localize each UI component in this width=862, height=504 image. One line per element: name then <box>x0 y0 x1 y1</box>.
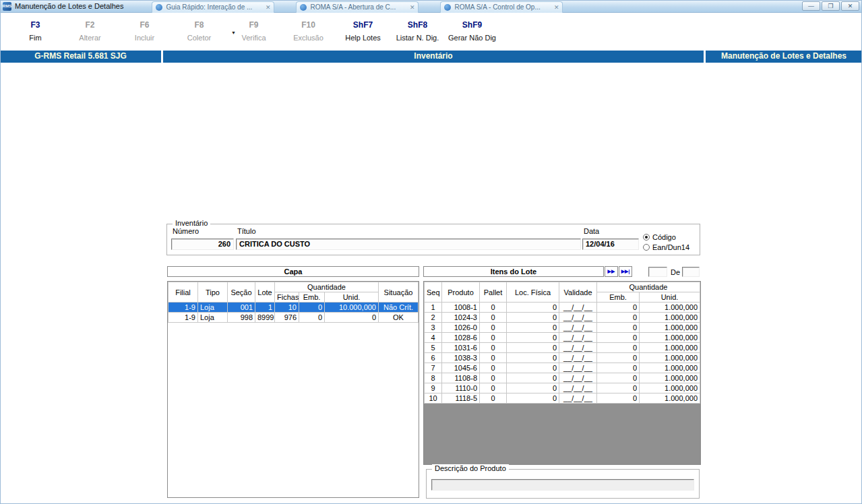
itens-cell-produto[interactable]: 1026-0 <box>442 323 480 333</box>
itens-cell-validade[interactable]: __/__/__ <box>559 373 597 383</box>
itens-cell-unid[interactable]: 1.000,000 <box>640 333 700 343</box>
data-field[interactable]: 12/04/16 <box>582 239 639 250</box>
itens-cell-validade[interactable]: __/__/__ <box>559 383 597 393</box>
capa-cell-fichas[interactable]: 976 <box>275 313 299 323</box>
itens-cell-unid[interactable]: 1.000,000 <box>640 343 700 353</box>
toolbar-button-f10[interactable]: F10Exclusão <box>281 20 336 50</box>
itens-cell-emb[interactable]: 0 <box>597 343 640 353</box>
itens-cell-unid[interactable]: 1.000,000 <box>640 323 700 333</box>
descricao-field[interactable] <box>431 479 694 491</box>
itens-cell-validade[interactable]: __/__/__ <box>559 313 597 323</box>
capa-cell-emb[interactable]: 0 <box>299 303 325 313</box>
itens-cell-emb[interactable]: 0 <box>597 373 640 383</box>
titlebar-tab[interactable]: Guia Rápido: Interação de ...✕ <box>152 1 274 13</box>
itens-cell-pallet[interactable]: 0 <box>480 393 507 404</box>
capa-cell-unid[interactable]: 0 <box>325 313 379 323</box>
itens-row[interactable]: 81108-800__/__/__01.000,000 <box>425 373 700 383</box>
capa-cell-filial[interactable]: 1-9 <box>168 313 198 323</box>
toolbar-button-shf8[interactable]: ShF8Listar N. Dig. <box>390 20 445 50</box>
itens-cell-loc[interactable]: 0 <box>507 323 559 333</box>
itens-cell-loc[interactable]: 0 <box>507 393 559 404</box>
itens-cell-pallet[interactable]: 0 <box>480 343 507 353</box>
itens-cell-pallet[interactable]: 0 <box>480 383 507 393</box>
itens-cell-emb[interactable]: 0 <box>597 313 640 323</box>
itens-cell-seq[interactable]: 3 <box>425 323 442 333</box>
capa-cell-situacao[interactable]: Não Crít. <box>379 303 419 313</box>
itens-row[interactable]: 61038-300__/__/__01.000,000 <box>425 353 700 363</box>
capa-cell-situacao[interactable]: OK <box>379 313 419 323</box>
capa-cell-lote[interactable]: 1 <box>255 303 275 313</box>
capa-cell-secao[interactable]: 001 <box>228 303 255 313</box>
itens-cell-produto[interactable]: 1110-0 <box>442 383 480 393</box>
itens-cell-loc[interactable]: 0 <box>507 313 559 323</box>
toolbar-button-f9[interactable]: F9Verifica <box>226 20 281 50</box>
itens-cell-validade[interactable]: __/__/__ <box>559 353 597 363</box>
radio-codigo[interactable]: Código <box>643 233 676 241</box>
itens-cell-produto[interactable]: 1038-3 <box>442 353 480 363</box>
itens-cell-unid[interactable]: 1.000,000 <box>640 313 700 323</box>
titlebar-tab[interactable]: ROMA S/A - Control de Op...✕ <box>440 1 563 13</box>
itens-cell-pallet[interactable]: 0 <box>480 363 507 373</box>
itens-row[interactable]: 41028-600__/__/__01.000,000 <box>425 333 700 343</box>
itens-cell-seq[interactable]: 10 <box>425 393 442 404</box>
itens-cell-unid[interactable]: 1.000,000 <box>640 393 700 404</box>
itens-cell-produto[interactable]: 1108-8 <box>442 373 480 383</box>
itens-cell-pallet[interactable]: 0 <box>480 313 507 323</box>
range-from-field[interactable] <box>648 267 667 277</box>
itens-cell-validade[interactable]: __/__/__ <box>559 363 597 373</box>
itens-cell-emb[interactable]: 0 <box>597 323 640 333</box>
itens-cell-validade[interactable]: __/__/__ <box>559 303 597 313</box>
capa-cell-fichas[interactable]: 10 <box>275 303 299 313</box>
itens-cell-loc[interactable]: 0 <box>507 303 559 313</box>
toolbar-button-f2[interactable]: F2Alterar <box>63 20 117 50</box>
tab-close-icon[interactable]: ✕ <box>552 4 559 11</box>
toolbar-button-shf7[interactable]: ShF7Help Lotes <box>336 20 390 50</box>
itens-cell-emb[interactable]: 0 <box>597 383 640 393</box>
itens-row[interactable]: 21024-300__/__/__01.000,000 <box>425 313 700 323</box>
itens-row[interactable]: 11008-100__/__/__01.000,000 <box>425 303 700 313</box>
itens-cell-seq[interactable]: 4 <box>425 333 442 343</box>
itens-cell-validade[interactable]: __/__/__ <box>559 393 597 404</box>
itens-cell-produto[interactable]: 1045-6 <box>442 363 480 373</box>
itens-cell-emb[interactable]: 0 <box>597 363 640 373</box>
itens-cell-validade[interactable]: __/__/__ <box>559 323 597 333</box>
itens-cell-emb[interactable]: 0 <box>597 353 640 363</box>
itens-cell-unid[interactable]: 1.000,000 <box>640 383 700 393</box>
itens-row[interactable]: 71045-600__/__/__01.000,000 <box>425 363 700 373</box>
toolbar-button-f8[interactable]: F8Coletor▼ <box>172 20 226 50</box>
capa-cell-tipo[interactable]: Loja <box>198 313 228 323</box>
itens-cell-produto[interactable]: 1008-1 <box>442 303 480 313</box>
tab-close-icon[interactable]: ✕ <box>408 4 415 11</box>
itens-cell-pallet[interactable]: 0 <box>480 333 507 343</box>
itens-cell-unid[interactable]: 1.000,000 <box>640 373 700 383</box>
itens-cell-seq[interactable]: 6 <box>425 353 442 363</box>
itens-row[interactable]: 101118-500__/__/__01.000,000 <box>425 393 700 404</box>
itens-cell-unid[interactable]: 1.000,000 <box>640 353 700 363</box>
itens-cell-loc[interactable]: 0 <box>507 333 559 343</box>
capa-cell-secao[interactable]: 998 <box>228 313 255 323</box>
itens-cell-seq[interactable]: 9 <box>425 383 442 393</box>
itens-cell-seq[interactable]: 2 <box>425 313 442 323</box>
itens-cell-pallet[interactable]: 0 <box>480 373 507 383</box>
itens-cell-pallet[interactable]: 0 <box>480 303 507 313</box>
capa-cell-lote[interactable]: 8999 <box>255 313 275 323</box>
capa-row[interactable]: 1-9Loja001110010.000,000Não Crít. <box>168 303 419 313</box>
itens-row[interactable]: 51031-600__/__/__01.000,000 <box>425 343 700 353</box>
capa-cell-tipo[interactable]: Loja <box>198 303 228 313</box>
capa-row[interactable]: 1-9Loja998899997600OK <box>168 313 419 323</box>
itens-cell-emb[interactable]: 0 <box>597 333 640 343</box>
toolbar-button-shf9[interactable]: ShF9Gerar Não Dig <box>445 20 499 50</box>
itens-cell-produto[interactable]: 1028-6 <box>442 333 480 343</box>
itens-cell-pallet[interactable]: 0 <box>480 353 507 363</box>
itens-cell-seq[interactable]: 5 <box>425 343 442 353</box>
tab-close-icon[interactable]: ✕ <box>264 4 271 11</box>
capa-cell-emb[interactable]: 0 <box>299 313 325 323</box>
itens-cell-validade[interactable]: __/__/__ <box>559 333 597 343</box>
itens-cell-loc[interactable]: 0 <box>507 353 559 363</box>
itens-cell-loc[interactable]: 0 <box>507 383 559 393</box>
capa-cell-filial[interactable]: 1-9 <box>168 303 198 313</box>
itens-cell-produto[interactable]: 1024-3 <box>442 313 480 323</box>
radio-ean-dun14[interactable]: Ean/Dun14 <box>643 243 689 251</box>
itens-cell-emb[interactable]: 0 <box>597 303 640 313</box>
toolbar-button-f3[interactable]: F3Fim <box>8 20 63 50</box>
